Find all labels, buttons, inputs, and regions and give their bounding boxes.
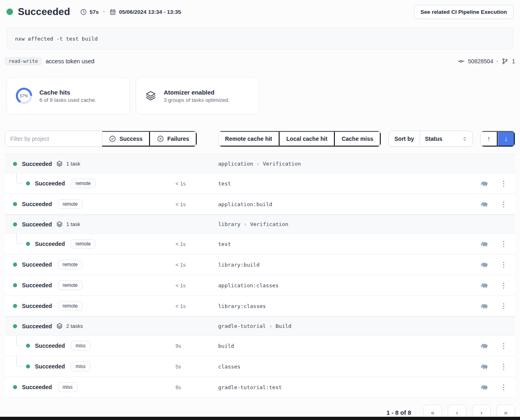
status-dot (13, 222, 17, 226)
project-name: application (218, 161, 253, 167)
tree-connector (16, 356, 23, 366)
task-duration: < 1s (176, 282, 218, 289)
row-status: Succeeded (22, 221, 52, 228)
filter-local-cache-hit-button[interactable]: Local cache hit (280, 131, 335, 146)
task-category: Verification (263, 161, 301, 167)
gradle-elephant-icon[interactable] (480, 363, 490, 370)
cache-status-badge: miss (58, 382, 78, 392)
x-circle-icon (157, 135, 164, 142)
branch-count[interactable]: 1 (512, 58, 515, 65)
task-name[interactable]: library:build (218, 262, 478, 268)
task-name[interactable]: library:classes (218, 303, 478, 309)
kebab-menu-icon[interactable]: ⋮ (500, 180, 507, 187)
cache-status-badge: remote (71, 239, 95, 249)
kebab-menu-icon[interactable]: ⋮ (500, 363, 507, 370)
row-status: Succeeded (22, 161, 52, 167)
project-breadcrumb: gradle-tutorial›Build (218, 323, 478, 329)
task-duration: < 1s (176, 201, 218, 207)
status-dot (13, 162, 17, 166)
task-category: Verification (250, 221, 288, 227)
kebab-menu-icon[interactable]: ⋮ (500, 282, 507, 289)
row-status: Succeeded (22, 323, 52, 330)
task-row[interactable]: Succeededremote< 1sapplication:classes⋮ (5, 275, 515, 296)
filter-bar: Success Failures Remote cache hit Local … (5, 131, 515, 147)
filter-failures-label: Failures (167, 136, 189, 142)
task-duration: < 1s (176, 262, 218, 268)
row-status: Succeeded (22, 303, 52, 309)
row-status: Succeeded (35, 180, 65, 187)
run-command: nxw affected -t test build (6, 28, 514, 50)
task-row[interactable]: Succeededremote< 1slibrary:classes⋮ (5, 296, 515, 317)
bottom-edge-strip (0, 417, 520, 420)
status-dot (13, 263, 17, 267)
task-row[interactable]: Succeededremote< 1slibrary:build⋮ (5, 254, 515, 275)
status-dot (26, 181, 30, 185)
task-name[interactable]: test (218, 181, 478, 187)
atomizer-title: Atomizer enabled (164, 89, 230, 96)
task-group-row[interactable]: Succeeded1 tasklibrary›Verification (5, 215, 515, 234)
task-name[interactable]: test (218, 241, 478, 247)
access-token-type-badge: read-write (5, 57, 41, 65)
status-dot (13, 385, 17, 389)
cache-filter-group: Remote cache hit Local cache hit Cache m… (218, 131, 381, 147)
task-name[interactable]: application:build (218, 201, 478, 207)
breadcrumb-chevron: › (256, 161, 260, 167)
run-status-title: Succeeded (18, 6, 70, 17)
task-count: 1 task (66, 161, 80, 167)
task-group-row[interactable]: Succeeded2 tasksgradle-tutorial›Build (5, 317, 515, 336)
kebab-menu-icon[interactable]: ⋮ (500, 241, 507, 248)
task-row[interactable]: Succeededremote< 1stest⋮ (5, 173, 515, 194)
task-row[interactable]: Succeededmiss6sgradle-tutorial:test⋮ (5, 377, 515, 398)
sort-descending-button[interactable]: ↓ (498, 131, 515, 146)
clock-icon (80, 9, 87, 15)
gradle-elephant-icon[interactable] (480, 261, 490, 268)
gradle-elephant-icon[interactable] (480, 384, 490, 390)
task-row[interactable]: Succeededremote< 1sapplication:build⋮ (5, 194, 515, 215)
kebab-menu-icon[interactable]: ⋮ (500, 201, 507, 208)
task-duration: 5s (176, 364, 218, 370)
sort-ascending-button[interactable]: ↑ (481, 131, 498, 146)
row-status: Succeeded (22, 261, 52, 268)
status-dot (26, 364, 30, 368)
sort-group: Sort by Status (388, 131, 473, 147)
task-count: 1 task (66, 221, 80, 227)
layers-icon (145, 90, 156, 101)
task-name[interactable]: gradle-tutorial:test (218, 384, 478, 390)
filter-cache-miss-button[interactable]: Cache miss (335, 131, 381, 146)
atomizer-card[interactable]: Atomizer enabled 3 groups of tasks optim… (136, 77, 259, 114)
task-name[interactable]: application:classes (218, 282, 478, 289)
kebab-menu-icon[interactable]: ⋮ (500, 384, 507, 391)
task-row[interactable]: Succeededremote< 1stest⋮ (5, 234, 515, 254)
gradle-elephant-icon[interactable] (480, 201, 490, 207)
task-duration: 9s (176, 343, 218, 349)
tree-connector (16, 173, 23, 183)
task-row[interactable]: Succeededmiss9sbuild⋮ (5, 336, 515, 356)
kebab-menu-icon[interactable]: ⋮ (500, 303, 507, 310)
layers-icon (56, 221, 63, 228)
cache-hits-subtitle: 6 of 9 tasks used cache. (39, 97, 96, 103)
status-dot (26, 344, 30, 348)
kebab-menu-icon[interactable]: ⋮ (500, 261, 507, 268)
row-status: Succeeded (35, 241, 65, 247)
gradle-elephant-icon[interactable] (480, 282, 490, 289)
task-name[interactable]: build (218, 343, 478, 349)
gradle-elephant-icon[interactable] (480, 342, 490, 349)
gradle-elephant-icon[interactable] (480, 241, 490, 247)
task-group-row[interactable]: Succeeded1 taskapplication›Verification (5, 154, 515, 173)
filter-success-button[interactable]: Success (102, 131, 150, 146)
filter-by-project-input[interactable] (5, 131, 102, 146)
filter-failures-button[interactable]: Failures (150, 131, 197, 146)
commit-sha[interactable]: 50828504 (468, 58, 493, 65)
cache-hits-card[interactable]: 67% Cache hits 6 of 9 tasks used cache. (6, 77, 130, 114)
summary-cards: 67% Cache hits 6 of 9 tasks used cache. … (6, 77, 514, 114)
filter-remote-cache-hit-button[interactable]: Remote cache hit (219, 131, 280, 146)
sort-field-select[interactable]: Status (420, 131, 472, 146)
status-dot (26, 242, 30, 246)
see-related-ci-pipeline-button[interactable]: See related CI Pipeline Execution (414, 5, 514, 19)
run-date-range: 05/06/2024 13:34 - 13:35 (119, 9, 181, 15)
kebab-menu-icon[interactable]: ⋮ (500, 342, 507, 349)
gradle-elephant-icon[interactable] (480, 180, 490, 187)
task-name[interactable]: classes (218, 364, 478, 370)
task-row[interactable]: Succeededmiss5sclasses⋮ (5, 356, 515, 377)
gradle-elephant-icon[interactable] (480, 303, 490, 309)
